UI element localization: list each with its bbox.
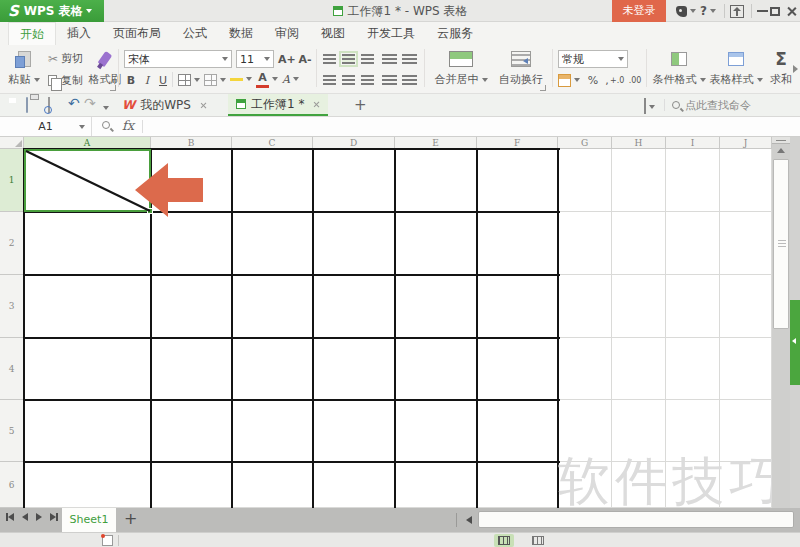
- tab-developer[interactable]: 开发工具: [356, 22, 426, 45]
- cell-H3[interactable]: [612, 275, 666, 338]
- cell-I1[interactable]: [666, 149, 720, 212]
- cell-C6[interactable]: [232, 462, 313, 508]
- maximize-button[interactable]: [770, 0, 780, 22]
- column-header-H[interactable]: H: [612, 137, 666, 149]
- font-size-select[interactable]: 11: [236, 50, 274, 68]
- cell-B4[interactable]: [151, 338, 232, 400]
- cell-H1[interactable]: [612, 149, 666, 212]
- cell-C4[interactable]: [232, 338, 313, 400]
- insert-function-button[interactable]: fx: [122, 118, 134, 133]
- minimize-button[interactable]: [757, 0, 768, 22]
- bold-button[interactable]: B: [124, 72, 138, 88]
- dialog-launcher-icon[interactable]: [540, 85, 546, 91]
- side-panel-toggle[interactable]: [790, 300, 800, 385]
- vertical-scrollbar[interactable]: [772, 137, 790, 508]
- split-handle[interactable]: [772, 137, 790, 144]
- cell-B1[interactable]: [151, 149, 232, 212]
- macro-record-button[interactable]: [102, 535, 113, 546]
- increase-indent-button[interactable]: [402, 51, 417, 67]
- redo-button[interactable]: ↷: [84, 96, 96, 111]
- app-logo[interactable]: S WPS 表格: [0, 0, 104, 22]
- row-header-5[interactable]: 5: [0, 400, 24, 462]
- distribute-button[interactable]: [402, 72, 417, 88]
- cell-B5[interactable]: [151, 400, 232, 462]
- help-button[interactable]: ?: [700, 0, 716, 22]
- row-header-3[interactable]: 3: [0, 275, 24, 338]
- cell-E3[interactable]: [395, 275, 477, 338]
- cell-I3[interactable]: [666, 275, 720, 338]
- align-middle-button[interactable]: [341, 51, 355, 67]
- print-preview-button[interactable]: [48, 98, 50, 112]
- column-header-I[interactable]: I: [666, 137, 720, 149]
- tab-cloud[interactable]: 云服务: [426, 22, 484, 45]
- cell-E1[interactable]: [395, 149, 477, 212]
- align-left-button[interactable]: [322, 72, 336, 88]
- vertical-scroll-thumb[interactable]: [773, 159, 789, 329]
- cell-I2[interactable]: [666, 212, 720, 275]
- tab-review[interactable]: 审阅: [264, 22, 310, 45]
- tab-insert[interactable]: 插入: [56, 22, 102, 45]
- formula-input[interactable]: [146, 117, 800, 136]
- borders-button[interactable]: [178, 72, 200, 88]
- percent-style-button[interactable]: %: [586, 72, 600, 88]
- highlight-button[interactable]: A: [282, 71, 299, 87]
- doc-tab-workbook1[interactable]: 工作簿1 *: [228, 94, 328, 116]
- column-header-G[interactable]: G: [558, 137, 612, 149]
- page-view-button[interactable]: [528, 534, 548, 547]
- close-icon[interactable]: [313, 101, 320, 108]
- cell-C3[interactable]: [232, 275, 313, 338]
- cell-A3[interactable]: [24, 275, 151, 338]
- align-right-button[interactable]: [360, 72, 374, 88]
- merge-center-button[interactable]: 合并居中: [430, 48, 492, 87]
- tab-page-layout[interactable]: 页面布局: [102, 22, 172, 45]
- column-header-J[interactable]: J: [720, 137, 772, 149]
- font-name-select[interactable]: 宋体: [124, 50, 232, 68]
- cell-H2[interactable]: [612, 212, 666, 275]
- cell-D5[interactable]: [313, 400, 395, 462]
- cell-E4[interactable]: [395, 338, 477, 400]
- scroll-up-button[interactable]: [772, 144, 790, 158]
- paste-button[interactable]: 粘贴: [6, 48, 42, 87]
- fill-handle[interactable]: [147, 208, 153, 214]
- align-center-button[interactable]: [341, 72, 355, 88]
- first-sheet-button[interactable]: [6, 513, 14, 521]
- draw-border-button[interactable]: [204, 72, 226, 88]
- fill-color-button[interactable]: [230, 71, 252, 87]
- cell-D4[interactable]: [313, 338, 395, 400]
- cell-A2[interactable]: [24, 212, 151, 275]
- number-style-button[interactable]: [558, 72, 580, 88]
- cell-E5[interactable]: [395, 400, 477, 462]
- copy-button[interactable]: 复制: [48, 73, 83, 88]
- format-painter-button[interactable]: 格式刷: [88, 48, 122, 87]
- increase-decimal-button[interactable]: +.0: [610, 72, 624, 88]
- normal-view-button[interactable]: [494, 534, 514, 547]
- select-all-corner[interactable]: [0, 137, 24, 149]
- next-sheet-button[interactable]: [36, 513, 42, 521]
- sheet-tab-sheet1[interactable]: Sheet1: [62, 508, 116, 532]
- dialog-launcher-icon[interactable]: [110, 85, 116, 91]
- row-header-6[interactable]: 6: [0, 462, 24, 508]
- close-icon[interactable]: [200, 102, 207, 109]
- decrease-indent-button[interactable]: [382, 51, 397, 67]
- decrease-decimal-button[interactable]: .00: [628, 72, 642, 88]
- cell-D3[interactable]: [313, 275, 395, 338]
- cell-C1[interactable]: [232, 149, 313, 212]
- ribbon-overflow-arrow[interactable]: [793, 65, 798, 73]
- row-header-2[interactable]: 2: [0, 212, 24, 275]
- tab-view[interactable]: 视图: [310, 22, 356, 45]
- name-box[interactable]: A1: [0, 117, 92, 136]
- wrap-text-button[interactable]: 自动换行: [496, 48, 546, 87]
- cell-G1[interactable]: [558, 149, 612, 212]
- tab-formulas[interactable]: 公式: [172, 22, 218, 45]
- close-button[interactable]: [786, 0, 797, 22]
- horizontal-scroll-thumb[interactable]: [478, 511, 794, 528]
- cell-D1[interactable]: [313, 149, 395, 212]
- italic-button[interactable]: I: [140, 72, 154, 88]
- find-command-button[interactable]: 点此查找命令: [672, 94, 751, 116]
- cell-F3[interactable]: [477, 275, 558, 338]
- cell-C5[interactable]: [232, 400, 313, 462]
- doc-tab-my-wps[interactable]: W 我的WPS: [114, 94, 215, 116]
- login-button[interactable]: 未登录: [612, 0, 666, 22]
- tab-home[interactable]: 开始: [8, 22, 56, 45]
- cell-F2[interactable]: [477, 212, 558, 275]
